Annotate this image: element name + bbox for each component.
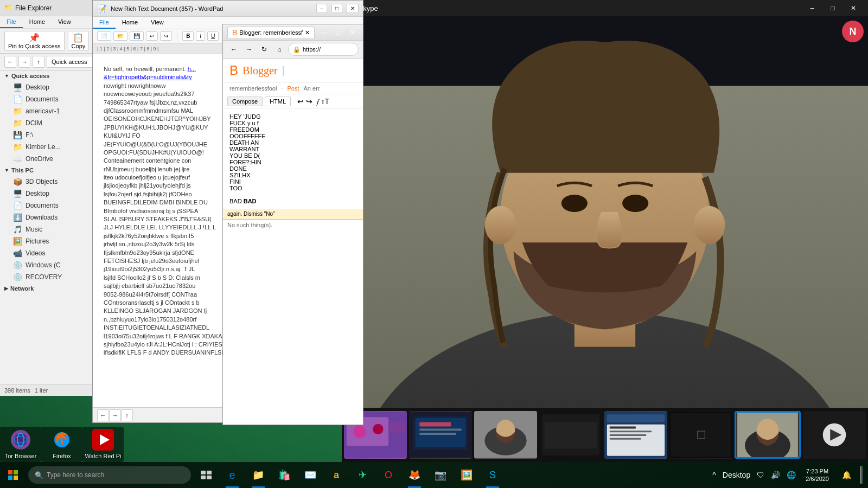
camera-taskbar-btn[interactable]: 📷 — [427, 462, 454, 488]
amazon-taskbar-btn[interactable]: a — [323, 462, 349, 488]
bl-minimize-btn[interactable]: – — [317, 26, 329, 39]
sk-minimize-btn[interactable]: – — [804, 2, 820, 15]
sk-thumb-8-play[interactable] — [803, 411, 866, 459]
watch-red-label: Watch Red Pi — [85, 453, 122, 460]
bl-format-btn[interactable]: тT — [321, 97, 329, 106]
notification-center-btn[interactable]: 🔔 — [838, 462, 855, 488]
wp-tab-home[interactable]: Home — [116, 17, 144, 29]
bl-post-link[interactable]: Post — [287, 85, 299, 92]
tripadvisor-taskbar-btn[interactable]: ✈ — [349, 462, 375, 488]
bl-post-header: rememberlessfool · Post An err — [223, 83, 363, 94]
wp-close-btn[interactable]: ✕ — [347, 4, 359, 13]
sk-thumb-6[interactable]: ◻ — [669, 411, 732, 459]
bl-editor-area[interactable]: HEY 'JUDG FUCK y u f FREEDOM OOOFFFFFE D… — [223, 109, 363, 209]
bl-font-btn[interactable]: 𝑓 — [317, 97, 319, 106]
system-clock[interactable]: 7:23 PM 2/6/2020 — [801, 467, 833, 483]
bl-forward-btn[interactable]: → — [242, 43, 256, 56]
tray-desktop-label: Desktop — [722, 471, 751, 479]
wp-forward-btn[interactable]: → — [109, 409, 121, 421]
fe-forward-btn[interactable]: → — [18, 56, 30, 68]
search-placeholder: Type here to search — [47, 471, 104, 479]
bl-reload-btn[interactable]: ↻ — [258, 43, 271, 56]
sk-video-area: N — [342, 16, 868, 408]
svg-point-29 — [694, 206, 725, 245]
bl-browser-tab[interactable]: B Blogger: rememberlessf ✕ — [227, 27, 315, 38]
sk-thumb-3[interactable] — [474, 411, 537, 459]
sk-close-btn[interactable]: ✕ — [845, 2, 861, 15]
bl-lock-icon: 🔒 — [293, 46, 301, 53]
skype-taskbar-btn[interactable]: S — [480, 462, 506, 488]
sk-thumb-4[interactable] — [539, 411, 602, 459]
bl-maximize-btn[interactable]: □ — [331, 26, 344, 39]
fe-tab-view[interactable]: View — [52, 16, 78, 28]
bl-close-btn[interactable]: ✕ — [346, 26, 359, 39]
fe-tab-home[interactable]: Home — [23, 16, 52, 28]
wp-save-btn[interactable]: 💾 — [130, 31, 144, 41]
firefox-label: Firefox — [53, 453, 71, 460]
wp-open-btn[interactable]: 📂 — [113, 31, 127, 41]
firefox-taskbar-btn[interactable]: 🦊 — [401, 462, 427, 488]
wp-redo-btn[interactable]: ↪ — [160, 31, 172, 41]
wp-maximize-btn[interactable]: □ — [331, 4, 342, 13]
fe-up-btn[interactable]: ↑ — [33, 56, 44, 68]
svg-rect-68 — [207, 471, 212, 474]
bl-back-btn[interactable]: ← — [227, 43, 240, 56]
show-desktop-btn[interactable] — [859, 462, 864, 488]
fe-windows-icon: 💿 — [13, 261, 22, 269]
wp-bold-btn[interactable]: B — [182, 31, 194, 41]
tor-browser-icon[interactable]: Tor Browser — [0, 427, 41, 462]
bl-compose-btn[interactable]: Compose — [227, 97, 263, 106]
wp-up-btn[interactable]: ↑ — [121, 409, 133, 421]
start-button[interactable] — [0, 462, 26, 488]
wp-new-btn[interactable]: 📄 — [97, 31, 111, 41]
fe-copy-btn[interactable]: 📋 Copy — [68, 31, 90, 51]
fe-3d-icon: 📦 — [13, 177, 22, 186]
wp-tab-file[interactable]: File — [93, 17, 116, 29]
opera-taskbar-btn[interactable]: O — [375, 462, 401, 488]
svg-rect-39 — [419, 428, 461, 431]
bl-rotate-left-btn[interactable]: ↩ — [297, 97, 304, 106]
store-taskbar-btn[interactable]: 🛍️ — [271, 462, 297, 488]
svg-point-34 — [373, 424, 383, 434]
taskbar-bottom-apps: Tor Browser Firefox Watch Red Pi — [0, 427, 124, 462]
bl-rotate-right-btn[interactable]: ↪ — [306, 97, 312, 106]
bl-home-btn[interactable]: ⌂ — [273, 43, 286, 56]
skype-window: S Skype – □ ✕ — [342, 0, 868, 462]
bl-address-bar[interactable]: 🔒 https:// — [288, 43, 359, 56]
firefox-icon-taskbar[interactable]: Firefox — [41, 427, 82, 462]
svg-rect-40 — [419, 433, 456, 435]
photos-taskbar-btn[interactable]: 🖼️ — [454, 462, 480, 488]
mail-taskbar-btn[interactable]: ✉️ — [297, 462, 323, 488]
wp-link2[interactable]: &fr=tightropetb&p=subliminals&ty — [104, 74, 192, 80]
svg-rect-51 — [610, 431, 652, 432]
fe-pin-btn[interactable]: 📌 Pin to Quick access — [4, 31, 65, 51]
fe-this-pc-label: This PC — [11, 167, 34, 174]
watch-red-icon[interactable]: Watch Red Pi — [82, 427, 124, 462]
tray-network-icon[interactable]: 🌐 — [786, 471, 797, 479]
wp-back-btn[interactable]: ← — [97, 409, 109, 421]
sk-thumb-7-active[interactable] — [735, 411, 801, 459]
tray-speaker-icon[interactable]: 🔊 — [770, 471, 781, 479]
wp-italic-btn[interactable]: I — [196, 31, 205, 41]
bl-html-btn[interactable]: HTML — [265, 97, 291, 106]
sk-thumb-5[interactable] — [604, 411, 667, 459]
file-explorer-taskbar-btn[interactable]: 📁 — [245, 462, 271, 488]
wp-minimize-btn[interactable]: – — [316, 4, 327, 13]
wp-undo-btn[interactable]: ↩ — [146, 31, 158, 41]
wp-link[interactable]: h... — [188, 66, 196, 72]
search-bar[interactable]: 🔍 Type here to search — [28, 466, 191, 484]
fe-kimber-icon: 📁 — [13, 143, 22, 151]
wp-tab-view[interactable]: View — [144, 17, 170, 29]
wp-underline-btn[interactable]: U — [207, 31, 219, 41]
sk-thumb-2[interactable] — [409, 411, 472, 459]
fe-tab-file[interactable]: File — [0, 16, 23, 28]
edge-taskbar-btn[interactable]: e — [219, 462, 245, 488]
task-view-btn[interactable] — [193, 462, 219, 488]
tray-show-hidden-btn[interactable]: ^ — [711, 471, 717, 479]
tray-antivirus-icon[interactable]: 🛡 — [756, 471, 765, 479]
svg-point-33 — [353, 426, 366, 438]
bl-tab-close-btn[interactable]: ✕ — [305, 29, 310, 36]
bl-page-header: B Blogger | — [223, 59, 363, 83]
fe-back-btn[interactable]: ← — [4, 56, 16, 68]
sk-maximize-btn[interactable]: □ — [825, 2, 841, 15]
